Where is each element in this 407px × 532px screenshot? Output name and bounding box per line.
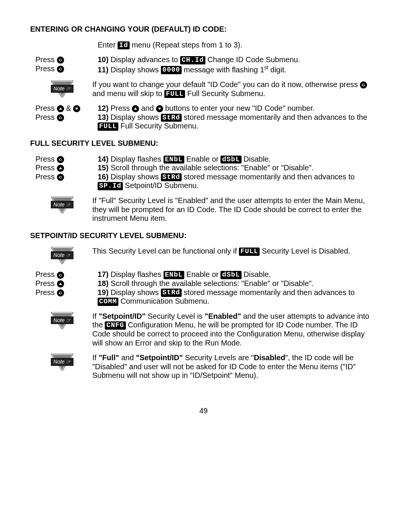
text: Display advances to: [109, 55, 180, 64]
lcd-strd: StRd: [161, 173, 182, 182]
step-number: 19): [98, 288, 109, 297]
note-badge-col: Note ☞: [30, 353, 92, 380]
text: menu (Repeat steps from 1 to 3).: [130, 41, 242, 49]
text-bold: "Full": [99, 353, 119, 362]
text: and: [119, 353, 136, 362]
lcd-chid: CH.Id: [180, 56, 205, 64]
text: Communication Submenu.: [118, 297, 209, 305]
text: Security Level is: [145, 312, 205, 320]
text: Press: [35, 104, 57, 112]
text: stored message momentarily and then adva…: [182, 288, 355, 297]
press-col: Press: [30, 270, 98, 279]
press-col: Press: [30, 173, 98, 190]
menu-button-icon: [57, 66, 64, 73]
lcd-strd: StRd: [161, 114, 182, 122]
step-15: 15) Scroll through the available selecti…: [98, 164, 377, 173]
step-11: 11) Display shows 0000 message with flas…: [98, 64, 377, 74]
menu-button-icon: [57, 114, 64, 121]
text: Press: [109, 104, 132, 112]
note-label: Note ☞: [51, 316, 73, 324]
heading-id-code: ENTERING OR CHANGING YOUR (DEFAULT) ID C…: [30, 25, 377, 34]
down-button-icon: [73, 105, 80, 112]
text: Press: [35, 55, 57, 64]
note-5: If "Full" and "Setpoint/ID" Security Lev…: [92, 353, 377, 380]
step-19: 19) Display shows StRd stored message mo…: [98, 288, 377, 306]
text: If: [92, 353, 99, 362]
note-1: If you want to change your default "ID C…: [92, 80, 377, 98]
text: &: [64, 104, 73, 112]
up-button-icon: [132, 105, 139, 112]
step-number: 11): [98, 65, 109, 73]
note-label: Note ☞: [51, 358, 73, 366]
text: Press: [35, 164, 57, 172]
sup: st: [264, 64, 268, 70]
press-col: Press: [30, 55, 98, 64]
up-button-icon: [57, 165, 64, 172]
step-number: 12): [98, 104, 109, 112]
note-3: This Security Level can be functional on…: [92, 247, 377, 264]
note-2: If "Full" Security Level is "Enabled" an…: [92, 196, 377, 223]
lcd-strd: StRd: [161, 289, 182, 297]
menu-button-icon: [57, 156, 64, 163]
text-bold: "Setpoint/ID": [136, 353, 183, 362]
spacer: [30, 41, 98, 50]
intro-line: Enter Id menu (Repeat steps from 1 to 3)…: [98, 41, 377, 50]
step-number: 16): [98, 173, 109, 181]
note-label: Note ☞: [51, 251, 73, 259]
text-bold: "Setpoint/ID": [99, 312, 146, 320]
step-13: 13) Display shows StRd stored message mo…: [98, 113, 377, 131]
press-col: Press: [30, 113, 98, 131]
text: Security Level is Disabled.: [260, 247, 350, 255]
text: Display shows: [109, 65, 161, 73]
step-number: 14): [98, 155, 109, 163]
menu-button-icon: [57, 174, 64, 181]
text: Scroll through the available selections:…: [109, 164, 314, 172]
lcd-spid: SP.Id: [98, 182, 123, 190]
down-button-icon: [156, 105, 163, 112]
note-badge-col: Note ☞: [30, 80, 92, 98]
note-4: If "Setpoint/ID" Security Level is "Enab…: [92, 312, 377, 347]
text: and: [139, 104, 156, 112]
text: Press: [35, 64, 57, 73]
text: If: [92, 312, 99, 320]
text: stored message momentarily and then adva…: [182, 113, 367, 121]
step-12: 12) Press and buttons to enter your new …: [98, 104, 377, 113]
lcd-full: FULL: [98, 122, 118, 131]
menu-button-icon: [57, 289, 64, 297]
text: Display flashes: [109, 155, 164, 163]
text: If you want to change your default "ID C…: [92, 80, 360, 89]
up-button-icon: [57, 105, 64, 112]
heading-full-security: FULL SECURITY LEVEL SUBMENU:: [30, 139, 377, 148]
text: Full Security Submenu.: [118, 122, 198, 130]
menu-button-icon: [57, 272, 64, 279]
text: Enable or: [184, 270, 221, 278]
note-badge-col: Note ☞: [30, 247, 92, 264]
step-14: 14) Display flashes ENbL Enable or dSbL …: [98, 155, 377, 164]
step-16: 16) Display shows StRd stored message mo…: [98, 173, 377, 190]
text: Enter: [98, 41, 118, 49]
text: Press: [35, 270, 57, 278]
step-number: 13): [98, 113, 109, 121]
lcd-comm: COMM: [98, 298, 118, 306]
step-number: 17): [98, 270, 109, 278]
note-label: Note ☞: [51, 201, 73, 209]
lcd-dsbl: dSbL: [220, 271, 241, 279]
step-18: 18) Scroll through the available selecti…: [98, 279, 377, 288]
step-10: 10) Display advances to CH.Id Change ID …: [98, 55, 377, 64]
lcd-enbl: ENbL: [164, 271, 184, 279]
step-number: 10): [98, 55, 109, 64]
text: Press: [35, 113, 57, 121]
step-17: 17) Display flashes ENbL Enable or dSbL …: [98, 270, 377, 279]
text: Change ID Code Submenu.: [205, 55, 300, 64]
text: Disable.: [242, 270, 271, 278]
text: Display shows: [109, 173, 161, 181]
lcd-enbl: ENbL: [164, 156, 184, 164]
note-label: Note ☞: [51, 85, 73, 93]
text-bold: "Enabled": [205, 312, 241, 320]
text: Press: [35, 173, 57, 181]
text: stored message momentarily and then adva…: [182, 173, 355, 181]
lcd-dsbl: dSbL: [220, 156, 241, 164]
note-badge-col: Note ☞: [30, 196, 92, 223]
step-number: 18): [98, 279, 109, 287]
text: Setpoint/ID Submenu.: [123, 181, 199, 190]
